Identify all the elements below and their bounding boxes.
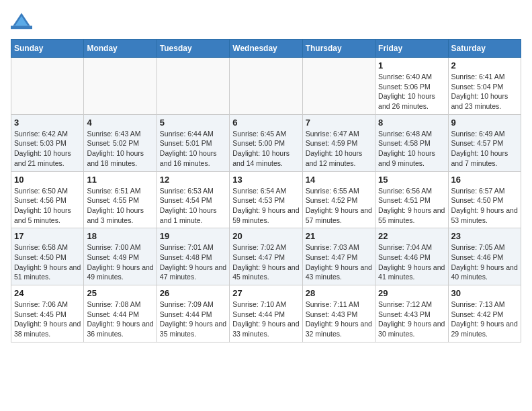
calendar-header-row: SundayMondayTuesdayWednesdayThursdayFrid… <box>11 40 521 58</box>
day-number: 11 <box>87 175 153 185</box>
calendar-cell: 1Sunrise: 6:40 AM Sunset: 5:06 PM Daylig… <box>375 58 448 115</box>
day-info: Sunrise: 6:40 AM Sunset: 5:06 PM Dayligh… <box>378 72 445 111</box>
calendar-cell: 9Sunrise: 6:49 AM Sunset: 4:57 PM Daylig… <box>448 114 521 171</box>
day-info: Sunrise: 6:41 AM Sunset: 5:04 PM Dayligh… <box>451 72 518 111</box>
calendar-cell: 26Sunrise: 7:09 AM Sunset: 4:44 PM Dayli… <box>157 285 229 342</box>
day-info: Sunrise: 7:01 AM Sunset: 4:48 PM Dayligh… <box>160 242 226 282</box>
calendar-cell: 10Sunrise: 6:50 AM Sunset: 4:56 PM Dayli… <box>11 171 84 228</box>
calendar-cell: 25Sunrise: 7:08 AM Sunset: 4:44 PM Dayli… <box>84 285 157 342</box>
day-number: 16 <box>451 175 518 185</box>
day-number: 27 <box>232 288 299 298</box>
calendar-cell <box>11 58 84 115</box>
day-number: 1 <box>378 60 445 71</box>
page-header <box>11 11 521 32</box>
calendar-cell: 7Sunrise: 6:47 AM Sunset: 4:59 PM Daylig… <box>302 114 375 171</box>
svg-rect-2 <box>11 26 32 29</box>
day-number: 15 <box>378 175 445 185</box>
calendar-cell <box>157 58 229 115</box>
day-number: 3 <box>14 118 81 128</box>
calendar-cell: 22Sunrise: 7:04 AM Sunset: 4:46 PM Dayli… <box>375 228 448 285</box>
day-header-tuesday: Tuesday <box>157 40 229 58</box>
calendar-week-4: 17Sunrise: 6:58 AM Sunset: 4:50 PM Dayli… <box>11 228 521 285</box>
day-info: Sunrise: 7:08 AM Sunset: 4:44 PM Dayligh… <box>87 300 153 339</box>
day-info: Sunrise: 6:42 AM Sunset: 5:03 PM Dayligh… <box>14 129 81 169</box>
day-info: Sunrise: 6:47 AM Sunset: 4:59 PM Dayligh… <box>306 129 372 169</box>
calendar-cell: 4Sunrise: 6:43 AM Sunset: 5:02 PM Daylig… <box>84 114 157 171</box>
day-number: 28 <box>306 288 372 298</box>
calendar-cell: 28Sunrise: 7:11 AM Sunset: 4:43 PM Dayli… <box>302 285 375 342</box>
day-info: Sunrise: 6:44 AM Sunset: 5:01 PM Dayligh… <box>160 129 226 169</box>
day-number: 4 <box>87 118 153 128</box>
day-info: Sunrise: 6:55 AM Sunset: 4:52 PM Dayligh… <box>306 186 372 226</box>
day-info: Sunrise: 6:57 AM Sunset: 4:50 PM Dayligh… <box>451 186 518 226</box>
day-info: Sunrise: 7:05 AM Sunset: 4:46 PM Dayligh… <box>451 242 518 282</box>
day-info: Sunrise: 7:06 AM Sunset: 4:45 PM Dayligh… <box>14 300 81 339</box>
day-info: Sunrise: 7:00 AM Sunset: 4:49 PM Dayligh… <box>87 242 153 282</box>
calendar-cell: 8Sunrise: 6:48 AM Sunset: 4:58 PM Daylig… <box>375 114 448 171</box>
day-number: 6 <box>232 118 299 128</box>
calendar-cell: 29Sunrise: 7:12 AM Sunset: 4:43 PM Dayli… <box>375 285 448 342</box>
day-info: Sunrise: 6:45 AM Sunset: 5:00 PM Dayligh… <box>232 129 299 169</box>
calendar-week-2: 3Sunrise: 6:42 AM Sunset: 5:03 PM Daylig… <box>11 114 521 171</box>
day-header-wednesday: Wednesday <box>230 40 302 58</box>
calendar-cell <box>230 58 302 115</box>
day-info: Sunrise: 6:53 AM Sunset: 4:54 PM Dayligh… <box>160 186 226 226</box>
calendar-cell: 19Sunrise: 7:01 AM Sunset: 4:48 PM Dayli… <box>157 228 229 285</box>
calendar-cell <box>302 58 375 115</box>
day-number: 29 <box>378 288 445 298</box>
day-number: 17 <box>14 231 81 241</box>
day-number: 23 <box>451 231 518 241</box>
calendar-cell: 23Sunrise: 7:05 AM Sunset: 4:46 PM Dayli… <box>448 228 521 285</box>
day-info: Sunrise: 7:11 AM Sunset: 4:43 PM Dayligh… <box>306 300 372 339</box>
calendar-cell <box>84 58 157 115</box>
day-number: 24 <box>14 288 81 298</box>
day-info: Sunrise: 6:48 AM Sunset: 4:58 PM Dayligh… <box>378 129 445 169</box>
day-info: Sunrise: 6:56 AM Sunset: 4:51 PM Dayligh… <box>378 186 445 226</box>
day-info: Sunrise: 7:13 AM Sunset: 4:42 PM Dayligh… <box>451 300 518 339</box>
calendar-cell: 3Sunrise: 6:42 AM Sunset: 5:03 PM Daylig… <box>11 114 84 171</box>
calendar-cell: 6Sunrise: 6:45 AM Sunset: 5:00 PM Daylig… <box>230 114 302 171</box>
day-header-saturday: Saturday <box>448 40 521 58</box>
calendar-cell: 16Sunrise: 6:57 AM Sunset: 4:50 PM Dayli… <box>448 171 521 228</box>
calendar-week-1: 1Sunrise: 6:40 AM Sunset: 5:06 PM Daylig… <box>11 58 521 115</box>
day-header-friday: Friday <box>375 40 448 58</box>
day-info: Sunrise: 6:50 AM Sunset: 4:56 PM Dayligh… <box>14 186 81 226</box>
day-number: 21 <box>306 231 372 241</box>
day-info: Sunrise: 6:58 AM Sunset: 4:50 PM Dayligh… <box>14 242 81 282</box>
day-header-sunday: Sunday <box>11 40 84 58</box>
calendar-cell: 2Sunrise: 6:41 AM Sunset: 5:04 PM Daylig… <box>448 58 521 115</box>
day-info: Sunrise: 6:51 AM Sunset: 4:55 PM Dayligh… <box>87 186 153 226</box>
day-number: 7 <box>306 118 372 128</box>
calendar-cell: 17Sunrise: 6:58 AM Sunset: 4:50 PM Dayli… <box>11 228 84 285</box>
calendar-cell: 18Sunrise: 7:00 AM Sunset: 4:49 PM Dayli… <box>84 228 157 285</box>
calendar-week-3: 10Sunrise: 6:50 AM Sunset: 4:56 PM Dayli… <box>11 171 521 228</box>
calendar-cell: 24Sunrise: 7:06 AM Sunset: 4:45 PM Dayli… <box>11 285 84 342</box>
day-number: 22 <box>378 231 445 241</box>
calendar-cell: 21Sunrise: 7:03 AM Sunset: 4:47 PM Dayli… <box>302 228 375 285</box>
day-number: 19 <box>160 231 226 241</box>
calendar-cell: 14Sunrise: 6:55 AM Sunset: 4:52 PM Dayli… <box>302 171 375 228</box>
calendar-week-5: 24Sunrise: 7:06 AM Sunset: 4:45 PM Dayli… <box>11 285 521 342</box>
day-header-thursday: Thursday <box>302 40 375 58</box>
day-info: Sunrise: 6:49 AM Sunset: 4:57 PM Dayligh… <box>451 129 518 169</box>
day-info: Sunrise: 7:03 AM Sunset: 4:47 PM Dayligh… <box>306 242 372 282</box>
day-number: 14 <box>306 175 372 185</box>
day-header-monday: Monday <box>84 40 157 58</box>
calendar-cell: 11Sunrise: 6:51 AM Sunset: 4:55 PM Dayli… <box>84 171 157 228</box>
day-number: 2 <box>451 60 518 71</box>
logo-icon <box>11 11 32 32</box>
calendar-cell: 27Sunrise: 7:10 AM Sunset: 4:44 PM Dayli… <box>230 285 302 342</box>
logo <box>11 11 35 32</box>
day-number: 9 <box>451 118 518 128</box>
day-number: 12 <box>160 175 226 185</box>
day-number: 25 <box>87 288 153 298</box>
day-info: Sunrise: 7:10 AM Sunset: 4:44 PM Dayligh… <box>232 300 299 339</box>
day-info: Sunrise: 6:54 AM Sunset: 4:53 PM Dayligh… <box>232 186 299 226</box>
day-info: Sunrise: 6:43 AM Sunset: 5:02 PM Dayligh… <box>87 129 153 169</box>
day-info: Sunrise: 7:04 AM Sunset: 4:46 PM Dayligh… <box>378 242 445 282</box>
day-info: Sunrise: 7:09 AM Sunset: 4:44 PM Dayligh… <box>160 300 226 339</box>
day-info: Sunrise: 7:12 AM Sunset: 4:43 PM Dayligh… <box>378 300 445 339</box>
calendar-cell: 12Sunrise: 6:53 AM Sunset: 4:54 PM Dayli… <box>157 171 229 228</box>
calendar-cell: 13Sunrise: 6:54 AM Sunset: 4:53 PM Dayli… <box>230 171 302 228</box>
day-number: 5 <box>160 118 226 128</box>
